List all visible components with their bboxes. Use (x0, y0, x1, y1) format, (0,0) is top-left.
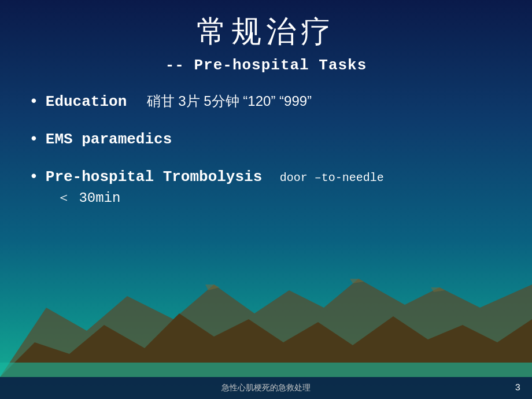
trombolysis-first-line: • Pre-hospital Trombolysis door –to-need… (29, 167, 384, 188)
footer-page-number: 3 (515, 383, 520, 393)
footer-text: 急性心肌梗死的急救处理 (0, 383, 532, 393)
bullet-text-education: Education 硝甘 3片 5分钟 “120” “999” (46, 91, 509, 112)
bullet-item-trombolysis: • Pre-hospital Trombolysis door –to-need… (29, 167, 509, 208)
trombolysis-sub: ＜ 30min (57, 189, 120, 208)
bullet-dot-3: • (29, 165, 39, 188)
bullet-item-education: • Education 硝甘 3片 5分钟 “120” “999” (29, 91, 509, 113)
detail-trombolysis: door –to-needle (280, 171, 384, 184)
svg-rect-2 (0, 363, 532, 377)
title-chinese: 常规治疗 (23, 12, 509, 52)
detail-education: 硝甘 3片 5分钟 “120” “999” (147, 93, 312, 109)
term-ems: EMS paramedics (46, 131, 172, 148)
term-education: Education (46, 93, 127, 110)
mountain-illustration (0, 256, 532, 377)
bullet-list: • Education 硝甘 3片 5分钟 “120” “999” • EMS … (29, 91, 509, 208)
footer: 急性心肌梗死的急救处理 3 (0, 377, 532, 399)
bullet-text-ems: EMS paramedics (46, 129, 509, 150)
term-trombolysis: Pre-hospital Trombolysis (46, 168, 262, 186)
bullet-dot-2: • (29, 128, 39, 150)
bullet-item-ems: • EMS paramedics (29, 129, 509, 150)
content-area: 常规治疗 -- Pre-hospital Tasks • Education 硝… (0, 0, 532, 208)
bullet-text-trombolysis: Pre-hospital Trombolysis door –to-needle (46, 167, 384, 187)
bullet-dot-1: • (29, 90, 39, 113)
title-english: -- Pre-hospital Tasks (23, 57, 509, 74)
slide: 常规治疗 -- Pre-hospital Tasks • Education 硝… (0, 0, 532, 399)
